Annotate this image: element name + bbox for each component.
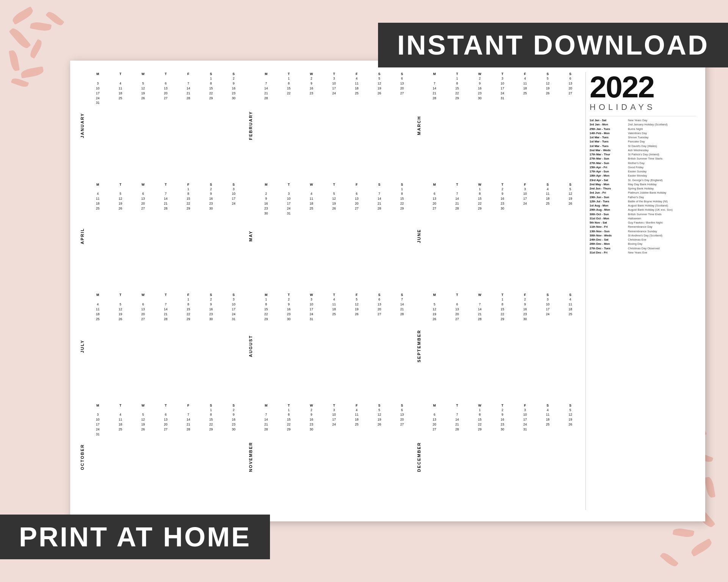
day-header: S: [537, 293, 559, 297]
day-cell: 20: [368, 307, 391, 312]
day-cell: 4: [109, 81, 132, 86]
day-cell: [514, 96, 537, 101]
day-cell: [154, 408, 177, 413]
month-block-july: JULYMTWTFSS12345678910111213141516171819…: [80, 293, 245, 400]
day-header: S: [391, 72, 413, 76]
day-cell: 10: [514, 192, 537, 196]
month-block-september: SEPTEMBERMTWTFSS123456789101112131415161…: [416, 293, 582, 400]
day-header: M: [86, 183, 109, 186]
day-cell: [132, 187, 154, 192]
day-cell: 19: [559, 197, 582, 201]
day-cell: 13: [368, 302, 391, 307]
day-cell: 3: [323, 77, 345, 81]
day-cell: 25: [86, 317, 109, 322]
month-grid: MTWTFSS123456789101112131415161718192021…: [86, 183, 245, 289]
day-header: M: [423, 293, 446, 297]
day-cell: 30: [222, 427, 245, 432]
day-cell: [391, 96, 413, 101]
day-cell: 12: [109, 197, 132, 201]
day-cell: 24: [86, 96, 109, 101]
day-cell: 23: [491, 422, 514, 427]
day-header: F: [345, 404, 368, 407]
day-cell: 13: [446, 307, 469, 312]
day-header: T: [323, 293, 345, 297]
day-header: W: [468, 404, 491, 407]
day-cell: 2: [300, 77, 323, 81]
day-cell: 16: [200, 307, 223, 312]
day-header: S: [200, 293, 223, 297]
day-cell: 14: [391, 302, 413, 307]
day-cell: [423, 187, 446, 192]
day-header: S: [368, 72, 391, 76]
day-cell: 18: [514, 86, 537, 91]
decorative-petal: [11, 77, 29, 88]
day-cell: 26: [132, 96, 154, 101]
month-block-january: JANUARYMTWTFSS12345678910111213141516171…: [80, 72, 245, 179]
holiday-name: Spring Bank Holiday: [628, 187, 654, 191]
day-cell: 16: [300, 418, 323, 422]
day-cell: 11: [86, 197, 109, 201]
day-header: S: [222, 404, 245, 407]
day-cell: 31: [86, 432, 109, 437]
day-cell: 30: [468, 96, 491, 101]
day-cell: 19: [537, 86, 559, 91]
day-cell: 20: [559, 86, 582, 91]
day-cell: [391, 317, 413, 322]
day-cell: 16: [222, 86, 245, 91]
day-header: S: [200, 404, 223, 407]
day-cell: 4: [537, 187, 559, 192]
day-cell: 29: [200, 96, 223, 101]
day-cell: 8: [177, 302, 200, 307]
day-cell: 16: [491, 197, 514, 201]
month-block-may: MAYMTWTFSS123456789101112131415161718192…: [248, 183, 413, 289]
day-cell: 23: [200, 202, 223, 206]
calendar-row: APRILMTWTFSS1234567891011121314151617181…: [80, 183, 582, 289]
day-cell: [537, 96, 559, 101]
day-header: S: [222, 72, 245, 76]
day-cell: 5: [132, 413, 154, 417]
day-cell: 27: [391, 422, 413, 427]
day-cell: 31: [300, 317, 323, 322]
holiday-name: August Bank Holiday (UK exc. Sco): [628, 208, 673, 212]
day-cell: 9: [200, 302, 223, 307]
day-cell: [222, 101, 245, 105]
day-cell: 21: [255, 422, 278, 427]
day-cell: 8: [278, 81, 300, 86]
day-cell: 31: [86, 101, 109, 105]
day-cell: 6: [391, 408, 413, 413]
day-header: T: [154, 72, 177, 76]
holiday-item: 27th Dec - TuesChristmas Day Observed: [590, 247, 696, 250]
day-cell: 30: [200, 207, 223, 211]
day-cell: 17: [323, 86, 345, 91]
holiday-name: Mother's Day: [628, 161, 645, 165]
day-cell: 26: [559, 202, 582, 206]
day-cell: 25: [345, 91, 368, 96]
day-cell: 11: [345, 81, 368, 86]
day-cell: 11: [300, 197, 323, 201]
day-cell: 20: [423, 202, 446, 206]
day-cell: 27: [423, 427, 446, 432]
day-cell: 2: [222, 77, 245, 81]
holiday-date: 27th Dec - Tues: [590, 247, 626, 250]
day-cell: 15: [200, 86, 223, 91]
day-cell: 29: [200, 427, 223, 432]
day-cell: 15: [491, 307, 514, 312]
day-cell: [537, 317, 559, 322]
day-cell: 3: [300, 297, 323, 302]
holiday-name: Valentines Day: [628, 131, 647, 135]
day-cell: 16: [514, 307, 537, 312]
day-cell: [323, 427, 345, 432]
day-cell: 14: [446, 418, 469, 422]
month-block-april: APRILMTWTFSS1234567891011121314151617181…: [80, 183, 245, 289]
day-header: W: [132, 183, 154, 186]
day-header: S: [368, 183, 391, 186]
day-cell: 8: [200, 81, 223, 86]
day-cell: 18: [300, 202, 323, 206]
day-cell: 30: [491, 207, 514, 211]
day-cell: 18: [345, 86, 368, 91]
day-cell: 15: [278, 86, 300, 91]
day-cell: 7: [154, 192, 177, 196]
day-cell: [391, 211, 413, 216]
day-header: T: [323, 183, 345, 186]
day-cell: 20: [391, 418, 413, 422]
